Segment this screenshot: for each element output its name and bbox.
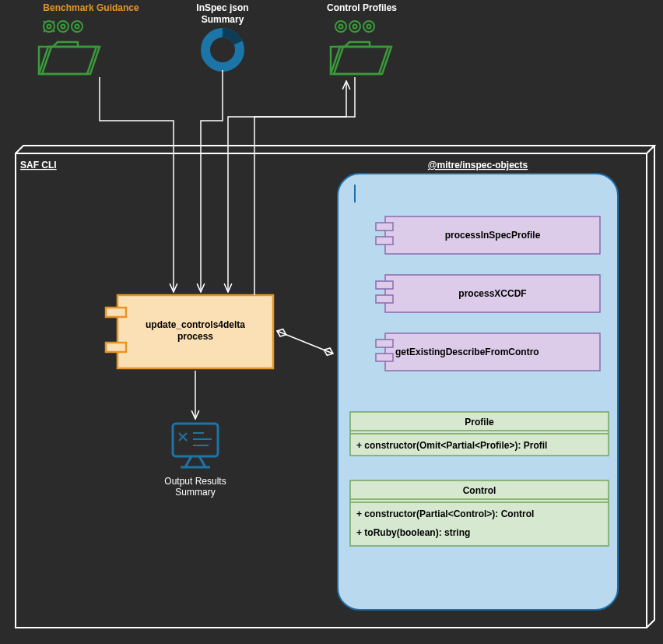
svg-point-0 xyxy=(44,21,54,32)
output-label-1: Output Results xyxy=(164,476,226,487)
control-profiles-input: Control Profiles xyxy=(327,2,397,74)
inspec-objects-group: @mitre/inspec-objects processInSpecProfi… xyxy=(338,160,618,610)
svg-point-10 xyxy=(353,25,357,29)
inspec-objects-title: @mitre/inspec-objects xyxy=(428,160,528,171)
component-processinspecprofile: processInSpecProfile xyxy=(376,216,600,254)
profile-title: Profile xyxy=(465,417,494,428)
inspec-input: InSpec json Summary xyxy=(196,2,248,67)
svg-rect-31 xyxy=(106,308,126,317)
control-title: Control xyxy=(463,485,496,496)
svg-rect-23 xyxy=(376,354,393,361)
update-controls-process: update_controls4delta process xyxy=(106,295,273,368)
gears-icon-2 xyxy=(335,21,374,32)
fn1-label: processInSpecProfile xyxy=(445,230,541,241)
component-getexistingdescribe: getExistingDescribeFromContro xyxy=(376,333,600,371)
svg-rect-17 xyxy=(376,237,393,245)
control-m1: + constructor(Partial<Control>): Control xyxy=(356,509,534,519)
class-control: Control + constructor(Partial<Control>):… xyxy=(350,480,609,546)
svg-point-12 xyxy=(367,25,371,29)
svg-rect-20 xyxy=(376,295,393,303)
saf-cli-title: SAF CLI xyxy=(20,160,57,171)
svg-rect-16 xyxy=(376,223,393,231)
svg-point-1 xyxy=(47,25,51,29)
control-m2: + toRuby(boolean): string xyxy=(356,527,470,538)
class-profile: Profile + constructor(Omit<Partial<Profi… xyxy=(350,412,609,456)
svg-point-7 xyxy=(335,21,346,32)
benchmark-label-1: Benchmark Guidance xyxy=(43,2,139,13)
gears-icon xyxy=(44,21,82,32)
folder-icon-2 xyxy=(331,42,391,74)
benchmark-input: Benchmark Guidance xyxy=(39,2,139,74)
output-label-2: Summary xyxy=(175,487,215,498)
svg-point-3 xyxy=(61,25,65,29)
fn2-label: processXCCDF xyxy=(458,288,526,299)
inspec-label-1: InSpec json xyxy=(196,2,248,13)
svg-point-8 xyxy=(339,25,343,29)
component-processxccdf: processXCCDF xyxy=(376,275,600,312)
fn3-label: getExistingDescribeFromContro xyxy=(395,347,539,357)
svg-point-9 xyxy=(349,21,360,32)
donut-icon xyxy=(205,33,240,67)
svg-rect-19 xyxy=(376,281,393,289)
profile-method: + constructor(Omit<Partial<Profile>): Pr… xyxy=(356,440,547,451)
svg-rect-32 xyxy=(106,343,126,352)
output-monitor: Output Results Summary xyxy=(164,424,226,498)
inspec-label-2: Summary xyxy=(202,14,244,25)
controlprofiles-label: Control Profiles xyxy=(327,2,397,13)
svg-point-4 xyxy=(72,21,82,32)
folder-icon xyxy=(39,42,100,74)
svg-point-2 xyxy=(58,21,68,32)
svg-rect-22 xyxy=(376,340,393,347)
process-label-2: process xyxy=(177,331,213,342)
svg-point-11 xyxy=(363,21,374,32)
svg-point-5 xyxy=(75,25,79,29)
process-label-1: update_controls4delta xyxy=(146,319,245,330)
